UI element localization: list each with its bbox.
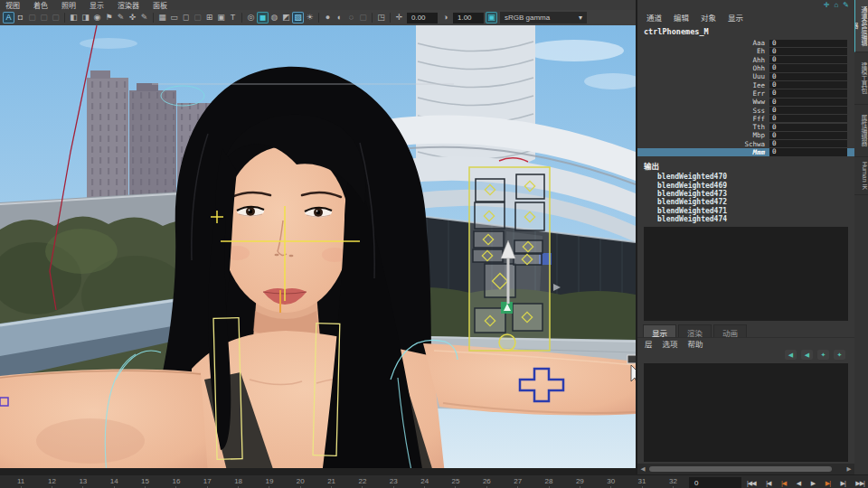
channel-attribute-row[interactable]: Uuu 0	[637, 72, 854, 80]
go-to-end-button[interactable]: ▶▶|	[855, 480, 864, 487]
frame-tick[interactable]: 30	[596, 475, 627, 488]
character-axis-icon[interactable]: ✛	[824, 1, 830, 10]
sidebar-tab[interactable]: 属性编辑器	[854, 105, 868, 157]
select-camera-icon[interactable]: A	[3, 12, 14, 23]
previous-view-icon[interactable]: ◧	[68, 12, 80, 23]
scrollbar-track[interactable]	[647, 465, 844, 473]
frame-tick[interactable]: 24	[409, 475, 439, 488]
time-slider[interactable]: 1112131415161718192021222324252627282930…	[5, 475, 689, 488]
channel-attribute-row[interactable]: Mmm 0	[637, 148, 854, 156]
frame-tick[interactable]: 28	[533, 475, 564, 488]
sidebar-tab[interactable]: 通道盒/层编辑器	[854, 0, 868, 52]
frame-tick[interactable]: 17	[192, 475, 222, 488]
layer-new-icon[interactable]: ✦	[834, 350, 845, 360]
frame-tick[interactable]: 15	[129, 475, 160, 488]
frame-tick[interactable]: 21	[316, 475, 346, 488]
go-to-start-button[interactable]: |◀◀	[747, 480, 756, 487]
current-frame-field[interactable]: 0	[689, 477, 741, 488]
output-node-item[interactable]: blendWeighted474	[637, 215, 854, 223]
channel-attribute-row[interactable]: Eh 0	[637, 47, 854, 55]
layer-paint-icon[interactable]: ✦	[817, 350, 829, 360]
layer-editor-tab[interactable]: 动画	[713, 324, 747, 337]
attribute-value-field[interactable]: 0	[769, 140, 847, 147]
rotate-view-icon[interactable]: ✜	[127, 12, 138, 23]
separator[interactable]	[241, 13, 242, 23]
viewport-menu-item[interactable]: 显示	[90, 0, 104, 10]
attribute-value-field[interactable]: 0	[769, 81, 847, 89]
workspace-home-icon[interactable]: ⌂	[834, 1, 838, 10]
viewport-menu-item[interactable]: 面板	[153, 0, 167, 10]
separator[interactable]	[390, 13, 391, 23]
output-node-item[interactable]: blendWeighted469	[637, 182, 854, 190]
selected-node-name[interactable]: ctrlPhonemes_M	[637, 23, 854, 39]
attribute-value-field[interactable]: 0	[769, 56, 847, 63]
channel-attribute-row[interactable]: Fff 0	[637, 115, 854, 123]
next-view-icon[interactable]: ◨	[80, 12, 91, 23]
sidebar-tab[interactable]: 建模工具包	[854, 52, 868, 105]
channel-attribute-row[interactable]: Mbp 0	[637, 131, 854, 139]
frame-tick[interactable]: 18	[222, 475, 253, 488]
step-back-frame-button[interactable]: |◀	[766, 480, 770, 487]
gamma-icon[interactable]: ◑	[439, 12, 451, 23]
separator[interactable]	[153, 13, 154, 23]
layer-editor-tab[interactable]: 渲染	[678, 324, 712, 337]
frame-tick[interactable]: 25	[440, 475, 471, 488]
safe-title-icon[interactable]: T	[227, 12, 239, 23]
separator[interactable]	[318, 13, 319, 23]
attribute-value-field[interactable]: 0	[769, 115, 847, 122]
attribute-value-field[interactable]: 0	[769, 124, 847, 131]
shadows-icon[interactable]: ●	[322, 12, 334, 23]
scrollbar-thumb[interactable]	[649, 466, 832, 472]
separator[interactable]	[64, 13, 65, 23]
safe-action-icon[interactable]: ▣	[215, 12, 227, 23]
viewport-3d-scene[interactable]	[0, 25, 636, 474]
face-control-board[interactable]	[469, 158, 561, 351]
textured-icon[interactable]: ◍	[269, 12, 280, 23]
image-plane-icon[interactable]: ▢	[50, 12, 61, 23]
frame-tick[interactable]: 22	[347, 475, 378, 488]
lock-camera-icon[interactable]: ◘	[14, 12, 26, 23]
layer-editor-menu-item[interactable]: 帮助	[688, 338, 703, 349]
camera-icon[interactable]: ◉	[91, 12, 103, 23]
bookmark-slot-icon[interactable]: ▢	[38, 12, 50, 23]
wireframe-icon[interactable]: ◎	[245, 12, 257, 23]
use-default-material-icon[interactable]: ◩	[280, 12, 292, 23]
frame-tick[interactable]: 32	[657, 475, 688, 488]
attribute-value-field[interactable]: 0	[769, 40, 847, 47]
isolate-select-icon[interactable]: ◳	[375, 12, 387, 23]
exposure-field[interactable]: 0.00	[407, 13, 438, 23]
frame-tick[interactable]: 11	[5, 475, 36, 488]
edit-mode-icon[interactable]: ✎	[843, 1, 849, 10]
xray-icon[interactable]: ▨	[292, 12, 304, 23]
attribute-value-field[interactable]: 0	[769, 148, 847, 155]
frame-tick[interactable]: 19	[254, 475, 285, 488]
draw-tool-icon[interactable]: ✎	[138, 12, 150, 23]
frame-tick[interactable]: 16	[161, 475, 192, 488]
grid-icon[interactable]: ▦	[156, 12, 168, 23]
frame-tick[interactable]: 14	[99, 475, 129, 488]
attribute-value-field[interactable]: 0	[769, 107, 847, 114]
channel-attribute-row[interactable]: Ohh 0	[637, 64, 854, 72]
view-transform-icon[interactable]: ▣	[486, 12, 497, 23]
attribute-value-field[interactable]: 0	[769, 64, 847, 71]
channel-attribute-row[interactable]: Tth 0	[637, 123, 854, 131]
channel-attribute-row[interactable]: Www 0	[637, 98, 854, 106]
layer-editor-menu-item[interactable]: 选项	[663, 338, 678, 349]
frame-tick[interactable]: 13	[68, 475, 99, 488]
viewport-menu-item[interactable]: 着色	[33, 0, 48, 10]
plugin-slot-icon[interactable]: ▢	[357, 12, 369, 23]
channel-box-menu-item[interactable]: 对象	[701, 12, 716, 23]
layer-editor-tab[interactable]: 显示	[643, 324, 676, 337]
play-forward-button[interactable]: ▶	[811, 480, 815, 487]
channel-box-menu-item[interactable]: 编辑	[674, 12, 689, 23]
viewport-menu-item[interactable]: 视图	[5, 0, 20, 10]
colorspace-dropdown[interactable]: sRGB gamma ▾	[500, 12, 587, 23]
channel-attribute-row[interactable]: Schwa 0	[637, 140, 854, 148]
frame-tick[interactable]: 12	[36, 475, 67, 488]
step-forward-key-button[interactable]: ▶|	[826, 480, 830, 487]
layer-move-icon-2[interactable]: ◀	[801, 350, 813, 360]
layer-editor-menu-item[interactable]: 层	[645, 338, 653, 349]
attribute-value-field[interactable]: 0	[769, 73, 847, 80]
step-back-key-button[interactable]: |◀	[781, 480, 786, 487]
viewport-menu-item[interactable]: 渲染器	[118, 0, 139, 10]
